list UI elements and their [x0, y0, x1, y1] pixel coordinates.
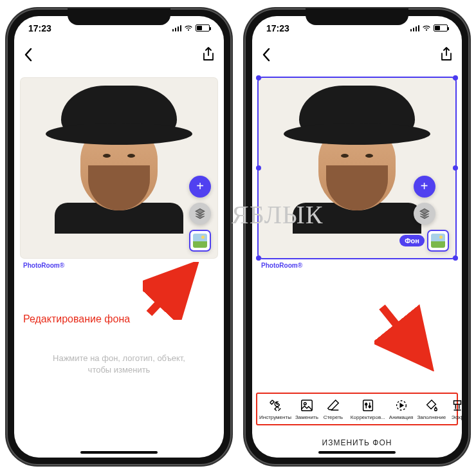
tool-replace[interactable]: Заменить	[293, 396, 320, 422]
sliders-icon	[360, 398, 376, 413]
share-button[interactable]	[202, 47, 215, 62]
back-button[interactable]	[261, 48, 271, 62]
nav-bar	[14, 41, 224, 69]
signal-icon	[172, 25, 182, 32]
tool-effects[interactable]: Эфф	[448, 396, 462, 422]
home-indicator	[80, 451, 158, 454]
edit-toolbar: Инструменты Заменить Стереть	[256, 393, 458, 425]
tools-icon	[268, 398, 283, 413]
phone-right: 17:23	[244, 8, 470, 465]
erase-icon	[325, 398, 341, 413]
home-indicator	[318, 451, 396, 454]
status-time: 17:23	[28, 23, 51, 33]
replace-icon	[299, 398, 315, 413]
svg-point-3	[304, 402, 306, 405]
animation-icon	[394, 398, 409, 413]
tool-fill[interactable]: Заполнение	[415, 396, 448, 422]
bottom-title: ИЗМЕНИТЬ ФОН	[252, 438, 462, 447]
svg-rect-4	[363, 400, 373, 411]
layers-button[interactable]	[414, 203, 435, 225]
svg-line-1	[382, 307, 425, 360]
annotation-arrow-icon	[374, 301, 439, 371]
notch	[306, 8, 408, 25]
brand-label: PhotoRoom®	[261, 262, 455, 269]
phone-left: 17:23 +	[6, 8, 232, 465]
tool-erase[interactable]: Стереть	[320, 396, 346, 422]
svg-point-5	[365, 403, 367, 405]
share-button[interactable]	[440, 47, 453, 62]
annotation-arrow-icon	[143, 262, 201, 320]
signal-icon	[410, 25, 420, 32]
add-button[interactable]: +	[189, 176, 211, 198]
floating-controls: +	[189, 176, 211, 252]
svg-line-0	[149, 271, 189, 313]
battery-icon	[196, 24, 210, 32]
floating-controls: + Фон	[399, 176, 449, 252]
subject-portrait	[55, 86, 183, 234]
fill-icon	[424, 398, 439, 413]
effects-icon	[450, 398, 462, 413]
background-pill-label[interactable]: Фон	[399, 235, 425, 246]
wifi-icon	[184, 25, 193, 32]
layers-button[interactable]	[189, 203, 211, 225]
svg-point-6	[369, 405, 371, 407]
image-canvas-selected[interactable]: + Фон	[259, 78, 455, 258]
content-left: + PhotoRoom® Редактирование фона Нажмите…	[14, 69, 224, 458]
tool-adjust[interactable]: Корректиров...	[349, 396, 387, 422]
status-right	[172, 24, 210, 32]
nav-bar	[252, 41, 462, 69]
screen-right: 17:23	[252, 16, 462, 458]
hint-text: Нажмите на фон, логотип, объект, чтобы и…	[21, 353, 217, 376]
annotation-text: Редактирование фона	[23, 313, 130, 325]
notch	[68, 8, 170, 25]
battery-icon	[434, 24, 448, 32]
status-right	[410, 24, 448, 32]
background-button[interactable]	[189, 230, 211, 252]
content-right: + Фон PhotoRoom®	[252, 69, 462, 458]
image-canvas[interactable]: +	[21, 78, 217, 258]
add-button[interactable]: +	[414, 176, 435, 198]
background-button[interactable]	[427, 230, 449, 252]
screen-left: 17:23 +	[14, 16, 224, 458]
back-button[interactable]	[23, 48, 33, 62]
tool-animation[interactable]: Анимация	[387, 396, 416, 422]
wifi-icon	[422, 25, 431, 32]
status-time: 17:23	[266, 23, 289, 33]
tool-instruments[interactable]: Инструменты	[257, 396, 293, 422]
